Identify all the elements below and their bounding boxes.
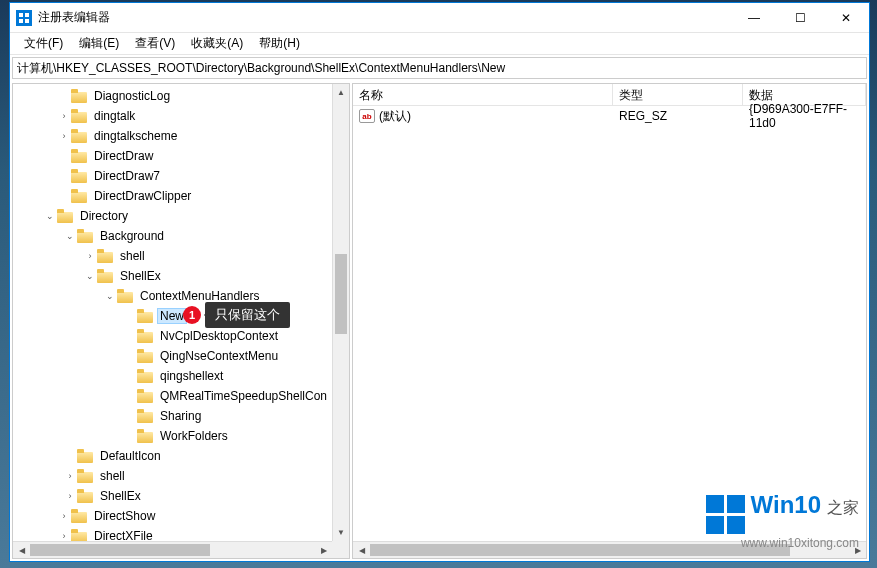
close-button[interactable]: ✕ <box>823 3 869 32</box>
expander-icon[interactable]: ⌄ <box>63 229 77 243</box>
string-value-icon: ab <box>359 109 375 123</box>
scroll-thumb[interactable] <box>30 544 210 556</box>
tree-item[interactable]: WorkFolders <box>157 428 231 444</box>
menu-edit[interactable]: 编辑(E) <box>71 33 127 54</box>
menu-favorites[interactable]: 收藏夹(A) <box>183 33 251 54</box>
tree-item[interactable]: DirectDrawClipper <box>91 188 194 204</box>
annotation-tooltip: 只保留这个 <box>205 302 290 328</box>
tree-item[interactable]: DirectDraw <box>91 148 156 164</box>
folder-icon <box>71 129 87 143</box>
menu-view[interactable]: 查看(V) <box>127 33 183 54</box>
scroll-up-icon[interactable]: ▲ <box>333 84 349 101</box>
folder-icon <box>77 469 93 483</box>
expander-icon <box>57 149 71 163</box>
svg-rect-0 <box>19 13 23 17</box>
expander-icon <box>57 189 71 203</box>
col-type[interactable]: 类型 <box>613 84 743 105</box>
scroll-down-icon[interactable]: ▼ <box>333 524 349 541</box>
address-bar[interactable]: 计算机\HKEY_CLASSES_ROOT\Directory\Backgrou… <box>12 57 867 79</box>
folder-icon <box>137 349 153 363</box>
tree-item[interactable]: shell <box>117 248 148 264</box>
tree-item[interactable]: QingNseContextMenu <box>157 348 281 364</box>
list-row[interactable]: ab (默认) REG_SZ {D969A300-E7FF-11d0 <box>353 106 866 126</box>
tree-item[interactable]: QMRealTimeSpeedupShellCon <box>157 388 330 404</box>
scroll-thumb[interactable] <box>335 254 347 334</box>
minimize-button[interactable]: — <box>731 3 777 32</box>
expander-icon <box>57 169 71 183</box>
expander-icon[interactable]: › <box>57 129 71 143</box>
vertical-scrollbar[interactable]: ▲ ▼ <box>332 84 349 541</box>
menu-file[interactable]: 文件(F) <box>16 33 71 54</box>
folder-icon <box>71 529 87 541</box>
folder-icon <box>77 489 93 503</box>
folder-icon <box>137 329 153 343</box>
tree-item[interactable]: dingtalkscheme <box>91 128 180 144</box>
expander-icon[interactable]: ⌄ <box>83 269 97 283</box>
watermark: Win10 之家 www.win10xitong.com <box>706 491 859 550</box>
svg-rect-2 <box>19 19 23 23</box>
svg-rect-1 <box>25 13 29 17</box>
folder-icon <box>77 449 93 463</box>
watermark-brand: Win10 <box>751 491 821 519</box>
expander-icon[interactable]: › <box>83 249 97 263</box>
values-pane: 名称 类型 数据 ab (默认) REG_SZ {D969A300-E7FF-1… <box>352 83 867 559</box>
folder-icon <box>137 369 153 383</box>
tree-pane: DiagnosticLog ›dingtalk ›dingtalkscheme … <box>12 83 350 559</box>
window-controls: — ☐ ✕ <box>731 3 869 32</box>
scroll-left-icon[interactable]: ◀ <box>353 543 370 559</box>
col-name[interactable]: 名称 <box>353 84 613 105</box>
tree-item[interactable]: DirectDraw7 <box>91 168 163 184</box>
horizontal-scrollbar[interactable]: ◀ ▶ <box>13 541 332 558</box>
value-type: REG_SZ <box>613 107 743 125</box>
folder-icon <box>137 309 153 323</box>
tree-item[interactable]: Background <box>97 228 167 244</box>
tree-item[interactable]: DiagnosticLog <box>91 88 173 104</box>
titlebar[interactable]: 注册表编辑器 — ☐ ✕ <box>10 3 869 33</box>
watermark-brand2: 之家 <box>827 498 859 519</box>
tree-item[interactable]: qingshellext <box>157 368 226 384</box>
folder-icon <box>137 389 153 403</box>
tree-item[interactable]: NvCplDesktopContext <box>157 328 281 344</box>
expander-icon[interactable]: › <box>57 529 71 541</box>
tree-item[interactable]: dingtalk <box>91 108 138 124</box>
folder-icon <box>97 269 113 283</box>
address-text: 计算机\HKEY_CLASSES_ROOT\Directory\Backgrou… <box>17 60 505 77</box>
scroll-corner <box>332 541 349 558</box>
value-name: (默认) <box>379 108 411 125</box>
folder-icon <box>71 89 87 103</box>
folder-icon <box>77 229 93 243</box>
window-title: 注册表编辑器 <box>38 9 731 26</box>
expander-icon[interactable]: › <box>63 489 77 503</box>
folder-icon <box>117 289 133 303</box>
menubar: 文件(F) 编辑(E) 查看(V) 收藏夹(A) 帮助(H) <box>10 33 869 55</box>
tree-item[interactable]: Sharing <box>157 408 204 424</box>
folder-icon <box>97 249 113 263</box>
app-icon <box>16 10 32 26</box>
expander-icon[interactable]: › <box>57 509 71 523</box>
expander-icon[interactable]: › <box>57 109 71 123</box>
folder-icon <box>71 109 87 123</box>
expander-icon[interactable]: › <box>63 469 77 483</box>
tree-item[interactable]: DefaultIcon <box>97 448 164 464</box>
tree-item[interactable]: shell <box>97 468 128 484</box>
tree-item[interactable]: ShellEx <box>117 268 164 284</box>
expander-icon[interactable]: ⌄ <box>103 289 117 303</box>
tree-item[interactable]: DirectShow <box>91 508 158 524</box>
windows-logo-icon <box>706 495 745 534</box>
expander-icon[interactable]: ⌄ <box>43 209 57 223</box>
folder-icon <box>57 209 73 223</box>
tree-item[interactable]: ShellEx <box>97 488 144 504</box>
svg-rect-3 <box>25 19 29 23</box>
folder-icon <box>137 429 153 443</box>
value-data: {D969A300-E7FF-11d0 <box>743 100 866 132</box>
tree-item[interactable]: DirectXFile <box>91 528 156 541</box>
watermark-url: www.win10xitong.com <box>706 536 859 550</box>
folder-icon <box>71 149 87 163</box>
maximize-button[interactable]: ☐ <box>777 3 823 32</box>
registry-editor-window: 注册表编辑器 — ☐ ✕ 文件(F) 编辑(E) 查看(V) 收藏夹(A) 帮助… <box>9 2 870 562</box>
scroll-left-icon[interactable]: ◀ <box>13 543 30 559</box>
folder-icon <box>71 169 87 183</box>
scroll-right-icon[interactable]: ▶ <box>315 542 332 558</box>
menu-help[interactable]: 帮助(H) <box>251 33 308 54</box>
tree-item[interactable]: Directory <box>77 208 131 224</box>
